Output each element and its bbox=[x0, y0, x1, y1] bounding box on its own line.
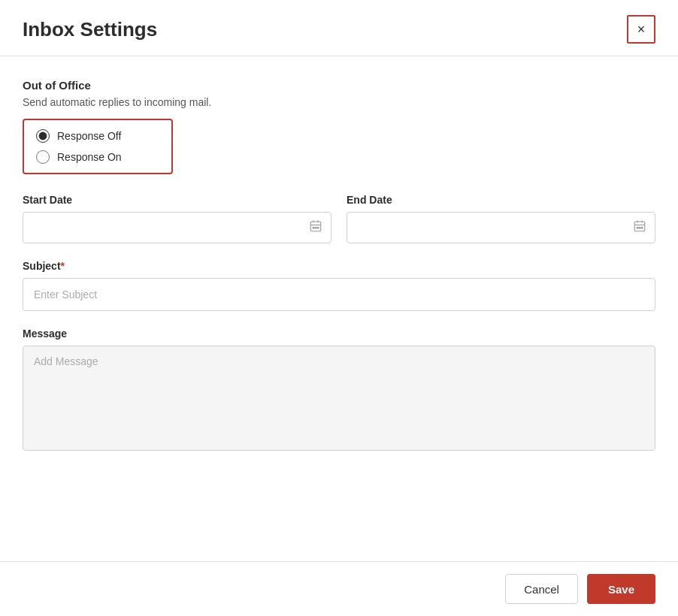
response-on-radio[interactable] bbox=[36, 150, 50, 164]
section-description: Send automatic replies to incoming mail. bbox=[23, 96, 655, 108]
close-button[interactable]: × bbox=[627, 15, 655, 44]
response-off-radio[interactable] bbox=[36, 129, 50, 143]
message-field: Message bbox=[23, 328, 655, 454]
modal-body: Out of Office Send automatic replies to … bbox=[0, 56, 678, 561]
subject-input[interactable] bbox=[23, 278, 655, 311]
save-button[interactable]: Save bbox=[587, 574, 655, 604]
cancel-button[interactable]: Cancel bbox=[505, 574, 578, 604]
response-on-label: Response On bbox=[57, 151, 122, 163]
start-date-field: Start Date bbox=[23, 194, 331, 243]
date-row: Start Date bbox=[23, 194, 655, 243]
message-textarea[interactable] bbox=[23, 346, 655, 451]
start-date-input-wrapper bbox=[23, 212, 331, 243]
start-date-input[interactable] bbox=[23, 212, 331, 243]
message-label: Message bbox=[23, 328, 655, 340]
response-off-label: Response Off bbox=[57, 130, 121, 142]
required-star: * bbox=[61, 260, 65, 272]
response-radio-group: Response Off Response On bbox=[23, 119, 173, 174]
out-of-office-section: Out of Office Send automatic replies to … bbox=[23, 79, 655, 194]
subject-field: Subject* bbox=[23, 260, 655, 311]
end-date-field: End Date bbox=[347, 194, 655, 243]
end-date-label: End Date bbox=[347, 194, 655, 206]
end-date-input-wrapper bbox=[347, 212, 655, 243]
modal-header: Inbox Settings × bbox=[0, 0, 678, 56]
modal-footer: Cancel Save bbox=[0, 561, 678, 616]
modal-title: Inbox Settings bbox=[23, 18, 157, 41]
section-title: Out of Office bbox=[23, 79, 655, 92]
subject-label: Subject* bbox=[23, 260, 655, 272]
inbox-settings-modal: Inbox Settings × Out of Office Send auto… bbox=[0, 0, 678, 616]
response-on-item[interactable]: Response On bbox=[36, 150, 159, 164]
end-date-input[interactable] bbox=[347, 212, 655, 243]
start-date-label: Start Date bbox=[23, 194, 331, 206]
response-off-item[interactable]: Response Off bbox=[36, 129, 159, 143]
modal-overlay: Inbox Settings × Out of Office Send auto… bbox=[0, 0, 678, 616]
